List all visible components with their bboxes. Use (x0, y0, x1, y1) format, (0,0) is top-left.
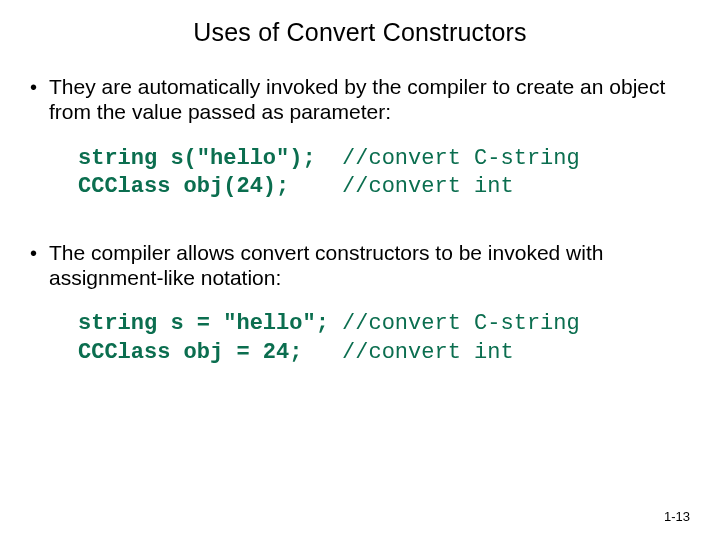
code-block-1: string s("hello"); //convert C-string CC… (78, 145, 692, 201)
bullet-item-1: • They are automatically invoked by the … (28, 75, 692, 125)
code-block-2: string s = "hello"; //convert C-string C… (78, 310, 692, 366)
code-stmt: string s = "hello"; (78, 311, 342, 336)
code-stmt: string s("hello"); (78, 146, 342, 171)
slide-title: Uses of Convert Constructors (28, 18, 692, 47)
code-comment: //convert int (342, 174, 514, 199)
code-stmt: CCClass obj(24); (78, 174, 342, 199)
bullet-dot-icon: • (30, 241, 37, 265)
bullet-item-2: • The compiler allows convert constructo… (28, 241, 692, 291)
code-comment: //convert C-string (342, 146, 580, 171)
code-comment: //convert C-string (342, 311, 580, 336)
page-number: 1-13 (664, 509, 690, 524)
code-stmt: CCClass obj = 24; (78, 340, 342, 365)
code-comment: //convert int (342, 340, 514, 365)
bullet-text-2: The compiler allows convert constructors… (49, 241, 692, 291)
bullet-text-1: They are automatically invoked by the co… (49, 75, 692, 125)
bullet-dot-icon: • (30, 75, 37, 99)
